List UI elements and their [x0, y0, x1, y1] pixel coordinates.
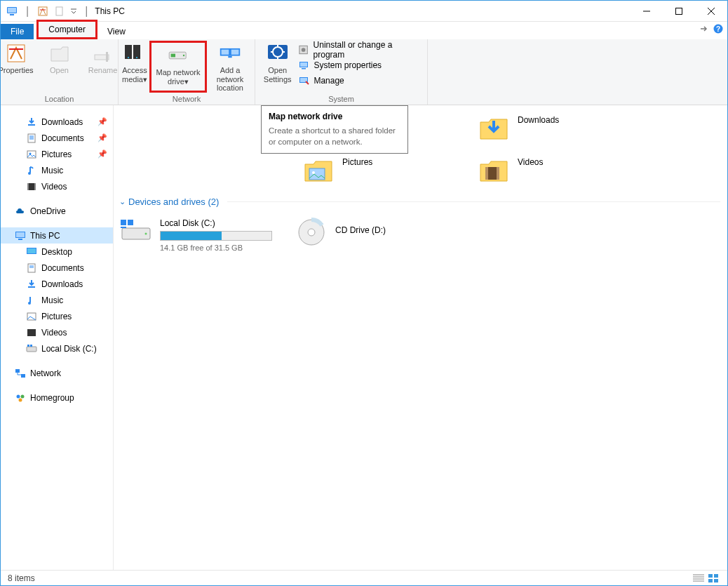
large-icons-view-icon[interactable]	[708, 573, 720, 583]
nav-pc-music[interactable]: Music	[1, 292, 113, 308]
tab-file[interactable]: File	[1, 24, 34, 39]
help-icon[interactable]: ?	[713, 24, 723, 34]
svg-rect-53	[15, 369, 20, 373]
tooltip-title: Map network drive	[269, 112, 400, 121]
nav-quick-documents[interactable]: Documents📌	[1, 130, 113, 146]
svg-rect-1	[8, 8, 16, 13]
chevron-down-icon: ▾	[184, 77, 189, 86]
svg-rect-16	[171, 54, 175, 58]
svg-rect-51	[27, 345, 29, 347]
main-view[interactable]: Map network drive Create a shortcut to a…	[114, 105, 727, 570]
svg-rect-34	[27, 151, 36, 158]
nav-quick-videos[interactable]: Videos	[1, 178, 113, 194]
qat-dropdown-icon[interactable]	[69, 4, 78, 18]
ribbon-group-location: Properties Open Rename Location	[1, 39, 119, 105]
svg-rect-22	[228, 56, 231, 58]
status-item-count: 8 items	[8, 573, 35, 583]
tooltip-body: Create a shortcut to a shared folder or …	[269, 126, 400, 147]
ribbon-tabs: File Computer View ?	[1, 22, 727, 39]
svg-rect-5	[676, 8, 682, 14]
svg-point-60	[312, 171, 315, 174]
ribbon-group-system: Open Settings Uninstall or change a prog…	[255, 39, 428, 105]
svg-rect-68	[121, 227, 126, 228]
uninstall-program-button[interactable]: Uninstall or change a program	[295, 42, 423, 58]
svg-rect-66	[121, 220, 126, 225]
svg-rect-4	[56, 7, 62, 15]
navigation-pane[interactable]: Downloads📌 Documents📌 Pictures📌 Music Vi…	[1, 105, 114, 570]
nav-pc-videos[interactable]: Videos	[1, 324, 113, 340]
svg-rect-2	[10, 14, 14, 15]
nav-pc-localc[interactable]: Local Disk (C:)	[1, 340, 113, 357]
folder-videos[interactable]: Videos	[477, 154, 652, 188]
qat-this-pc-icon[interactable]	[5, 4, 19, 18]
separator: |	[26, 5, 29, 18]
svg-rect-59	[309, 168, 325, 180]
ribbon-group-network: Access media▾ Map network drive▾ Add a n…	[119, 39, 255, 105]
titlebar: | | This PC	[1, 1, 727, 22]
status-bar: 8 items	[1, 570, 727, 585]
nav-onedrive[interactable]: OneDrive	[1, 203, 113, 219]
pin-icon: 📌	[97, 149, 107, 159]
svg-point-47	[28, 302, 31, 305]
folder-downloads[interactable]: Downloads	[477, 112, 652, 146]
svg-point-36	[28, 172, 31, 175]
svg-rect-29	[302, 68, 306, 69]
svg-rect-20	[222, 50, 229, 55]
tooltip-map-network-drive: Map network drive Create a shortcut to a…	[261, 105, 408, 154]
details-view-icon[interactable]	[692, 573, 705, 583]
svg-rect-32	[28, 124, 35, 126]
devices-header[interactable]: ⌄ Devices and drives (2)	[119, 192, 720, 211]
manage-button[interactable]: Manage	[295, 73, 423, 88]
tab-view[interactable]: View	[97, 24, 135, 39]
svg-rect-21	[231, 50, 239, 55]
svg-rect-73	[708, 579, 713, 582]
nav-pc-pictures[interactable]: Pictures	[1, 308, 113, 324]
svg-rect-62	[485, 167, 488, 180]
svg-rect-41	[16, 232, 25, 237]
nav-pc-desktop[interactable]: Desktop	[1, 244, 113, 260]
drive-cd-d[interactable]: CD Drive (D:)	[295, 215, 470, 252]
system-properties-button[interactable]: System properties	[295, 58, 423, 73]
maximize-button[interactable]	[663, 1, 695, 22]
qat-new-icon[interactable]	[53, 4, 67, 18]
nav-network[interactable]: Network	[1, 365, 113, 381]
ribbon: Properties Open Rename Location Access m…	[1, 39, 727, 105]
group-label-location: Location	[1, 95, 118, 103]
svg-rect-42	[18, 239, 22, 240]
svg-rect-72	[714, 574, 718, 578]
access-media-button[interactable]: Access media▾	[120, 41, 149, 93]
svg-rect-52	[30, 345, 32, 347]
folder-pictures[interactable]: Pictures	[302, 154, 477, 188]
open-settings-button[interactable]: Open Settings	[259, 41, 295, 84]
svg-rect-63	[497, 167, 499, 180]
nav-pc-documents[interactable]: Documents	[1, 260, 113, 276]
chevron-down-icon: ▾	[143, 75, 147, 84]
drive-local-c[interactable]: Local Disk (C:) 14.1 GB free of 31.5 GB	[119, 215, 295, 252]
svg-rect-44	[27, 248, 36, 253]
quick-access-toolbar: | | This PC	[1, 4, 125, 18]
svg-rect-46	[28, 286, 35, 288]
nav-quick-pictures[interactable]: Pictures📌	[1, 146, 113, 162]
window-title: This PC	[95, 6, 125, 16]
chevron-down-icon: ⌄	[119, 197, 126, 206]
qat-properties-icon[interactable]	[36, 4, 50, 18]
minimize-ribbon-icon[interactable]	[699, 24, 709, 34]
svg-rect-33	[28, 134, 35, 142]
tab-help-area: ?	[699, 24, 723, 34]
tab-computer[interactable]: Computer	[36, 20, 97, 39]
svg-point-14	[136, 57, 137, 58]
map-network-drive-button[interactable]: Map network drive▾	[149, 41, 207, 93]
add-network-location-button[interactable]: Add a network location	[207, 41, 253, 93]
nav-homegroup[interactable]: Homegroup	[1, 389, 113, 406]
nav-quick-music[interactable]: Music	[1, 162, 113, 178]
nav-pc-downloads[interactable]: Downloads	[1, 276, 113, 292]
properties-button[interactable]: Properties	[0, 41, 38, 75]
close-button[interactable]	[695, 1, 727, 22]
svg-point-65	[145, 233, 147, 235]
minimize-button[interactable]	[631, 1, 663, 22]
content-area: Downloads📌 Documents📌 Pictures📌 Music Vi…	[1, 105, 727, 570]
nav-this-pc[interactable]: This PC	[1, 227, 113, 244]
svg-rect-45	[28, 264, 35, 272]
nav-quick-downloads[interactable]: Downloads📌	[1, 114, 113, 130]
svg-rect-28	[300, 62, 307, 67]
